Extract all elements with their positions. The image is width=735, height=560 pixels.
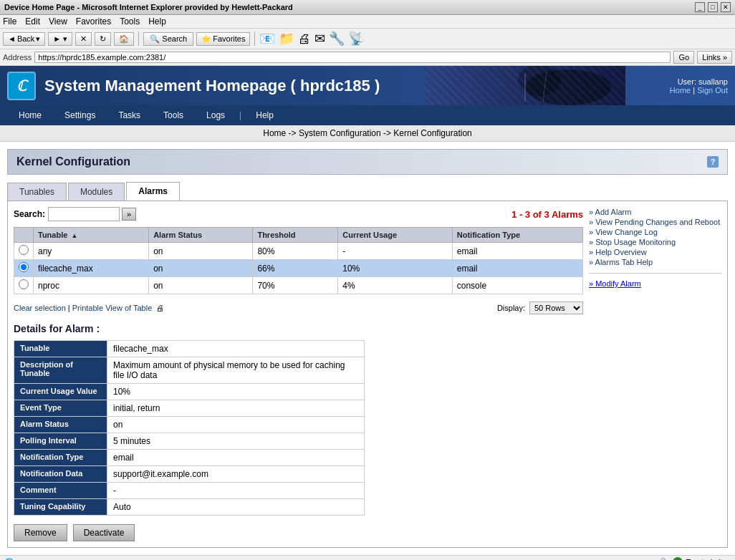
- detail-label-tuning: Tuning Capability: [14, 499, 107, 516]
- hp-banner-image: [425, 66, 625, 105]
- menu-file[interactable]: File: [3, 16, 16, 26]
- links-button[interactable]: Links »: [697, 51, 732, 64]
- menu-help[interactable]: Help: [148, 16, 166, 26]
- detail-label-description: Description of Tunable: [14, 357, 107, 384]
- detail-row: Polling Interval 5 minutes: [14, 433, 365, 450]
- address-input[interactable]: [34, 52, 671, 63]
- col-threshold: Threshold: [253, 228, 338, 243]
- detail-label-event: Event Type: [14, 400, 107, 417]
- search-area: Search: »: [14, 207, 136, 221]
- browser-toolbar: ◄ Back ▾ ► ▾ ✕ ↻ 🏠 🔍 Search ⭐ Favorites …: [0, 29, 735, 49]
- row-usage-2: 10%: [338, 260, 453, 277]
- minimize-button[interactable]: _: [695, 2, 705, 12]
- nav-logs[interactable]: Logs: [195, 107, 236, 123]
- help-icon[interactable]: ?: [707, 156, 719, 168]
- browser-title: Device Home Page - Microsoft Internet Ex…: [4, 3, 293, 11]
- go-button[interactable]: Go: [673, 51, 694, 64]
- menu-edit[interactable]: Edit: [25, 16, 40, 26]
- nav-tasks[interactable]: Tasks: [107, 107, 152, 123]
- display-label: Display:: [497, 304, 525, 312]
- media-buttons: 📧 📁 🖨 ✉ 🔧 📡: [259, 31, 364, 47]
- row-usage-3: 4%: [338, 277, 453, 294]
- back-button[interactable]: ◄ Back ▾: [3, 32, 45, 46]
- detail-row: Event Type initial, return: [14, 400, 365, 417]
- svg-point-1: [525, 69, 611, 105]
- table-row[interactable]: any on 80% - email: [14, 243, 583, 260]
- side-link-change-log[interactable]: View Change Log: [589, 227, 721, 237]
- side-link-stop-monitoring[interactable]: Stop Usage Monitoring: [589, 237, 721, 247]
- deactivate-button[interactable]: Deactivate: [73, 524, 135, 541]
- detail-row: Tunable filecache_max: [14, 341, 365, 357]
- tabs-bar: Tunables Modules Alarms: [7, 182, 728, 201]
- favorites-toolbar-button[interactable]: ⭐ Favorites: [196, 32, 250, 46]
- results-count: 1 - 3 of 3 Alarms: [511, 209, 583, 220]
- table-row[interactable]: filecache_max on 66% 10% email: [14, 260, 583, 277]
- page-title: Kernel Configuration: [16, 155, 130, 168]
- hp-logo: ℂ: [7, 72, 36, 100]
- browser-menubar: File Edit View Favorites Tools Help: [0, 15, 735, 29]
- detail-value-comment: -: [107, 483, 365, 499]
- window-controls: _ □ ✕: [695, 2, 731, 12]
- home-link[interactable]: Home: [670, 86, 691, 95]
- row-radio-cell-3[interactable]: [14, 277, 34, 294]
- menu-tools[interactable]: Tools: [120, 16, 140, 26]
- side-link-alarms-help[interactable]: Alarms Tab Help: [589, 257, 721, 267]
- detail-value-notif-data: support@it.example.com: [107, 466, 365, 483]
- detail-row: Alarm Status on: [14, 417, 365, 433]
- home-button[interactable]: 🏠: [114, 32, 134, 46]
- row-radio-1[interactable]: [19, 245, 29, 255]
- detail-value-usage: 10%: [107, 384, 365, 400]
- tab-modules[interactable]: Modules: [68, 183, 125, 201]
- user-info: User: suallanp Home | Sign Out: [670, 77, 735, 95]
- nav-bar: Home Settings Tasks Tools Logs | Help: [0, 105, 735, 125]
- trusted-icon: ✓: [673, 557, 683, 560]
- remove-button[interactable]: Remove: [14, 524, 67, 541]
- menu-favorites[interactable]: Favorites: [76, 16, 111, 26]
- search-row: Search: » 1 - 3 of 3 Alarms: [14, 207, 583, 221]
- hp-logo-area: ℂ System Management Homepage ( hprdc185 …: [0, 72, 380, 100]
- table-footer-left: Clear selection | Printable View of Tabl…: [14, 304, 164, 312]
- main-panel: Search: » 1 - 3 of 3 Alarms Tunable ▲ Al…: [14, 207, 583, 541]
- side-link-add-alarm[interactable]: Add Alarm: [589, 207, 721, 217]
- row-threshold-2: 66%: [253, 260, 338, 277]
- nav-tools[interactable]: Tools: [152, 107, 195, 123]
- print-icon: 🖨: [156, 304, 164, 312]
- search-go-button[interactable]: »: [122, 208, 136, 221]
- row-alarm-status-1: on: [149, 243, 253, 260]
- row-radio-cell[interactable]: [14, 243, 34, 260]
- nav-settings[interactable]: Settings: [53, 107, 107, 123]
- signout-link[interactable]: Sign Out: [697, 86, 728, 95]
- details-section: Details for Alarm : Tunable filecache_ma…: [14, 323, 583, 541]
- side-link-help-overview[interactable]: Help Overview: [589, 247, 721, 257]
- row-notif-1: email: [452, 243, 582, 260]
- menu-view[interactable]: View: [49, 16, 67, 26]
- printable-view-link[interactable]: Printable View of Table: [72, 304, 153, 312]
- restore-button[interactable]: □: [708, 2, 718, 12]
- nav-separator: |: [239, 110, 241, 120]
- nav-help[interactable]: Help: [244, 107, 285, 123]
- col-tunable[interactable]: Tunable ▲: [34, 228, 149, 243]
- tab-tunables[interactable]: Tunables: [7, 183, 67, 201]
- forward-button[interactable]: ► ▾: [48, 32, 72, 46]
- close-button[interactable]: ✕: [721, 2, 731, 12]
- row-tunable-1: any: [34, 243, 149, 260]
- row-radio-2[interactable]: [19, 262, 29, 272]
- row-radio-3[interactable]: [19, 279, 29, 289]
- col-alarm-status: Alarm Status: [149, 228, 253, 243]
- row-radio-cell-2[interactable]: [14, 260, 34, 277]
- search-toolbar-button[interactable]: 🔍 Search: [143, 32, 193, 46]
- side-link-pending-changes[interactable]: View Pending Changes and Reboot: [589, 217, 721, 227]
- detail-label-polling: Polling Interval: [14, 433, 107, 450]
- table-row[interactable]: nproc on 70% 4% console: [14, 277, 583, 294]
- detail-row: Comment -: [14, 483, 365, 499]
- clear-selection-link[interactable]: Clear selection: [14, 304, 66, 312]
- display-select[interactable]: 50 Rows 25 Rows 100 Rows: [529, 301, 583, 314]
- row-tunable-2: filecache_max: [34, 260, 149, 277]
- modify-link-area: » Modify Alarm: [589, 279, 721, 288]
- tab-alarms[interactable]: Alarms: [126, 182, 180, 201]
- refresh-button[interactable]: ↻: [95, 32, 111, 46]
- stop-button[interactable]: ✕: [75, 32, 92, 46]
- nav-home[interactable]: Home: [7, 107, 53, 123]
- modify-alarm-link[interactable]: » Modify Alarm: [589, 279, 641, 288]
- search-input[interactable]: [48, 207, 120, 221]
